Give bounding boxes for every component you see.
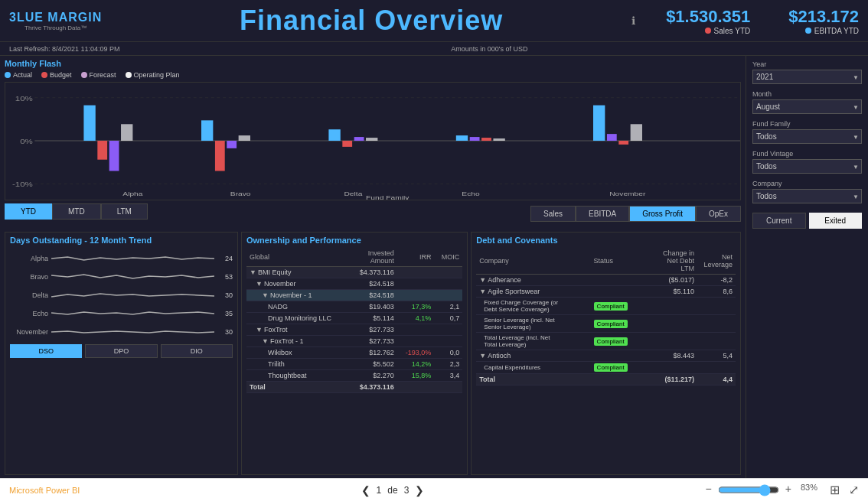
row-invested: $19.403 (350, 301, 397, 313)
company-select-wrapper: Todos (752, 189, 862, 203)
ownership-table: Global InvestedAmount IRR MOIC ▼BMI Equi… (246, 248, 462, 393)
fullscreen-icon[interactable]: ⤢ (849, 483, 859, 497)
footer: Microsoft Power BI ❮ 1 de 3 ❯ − + 83% ⊞ … (0, 478, 868, 501)
row-total-moic (434, 382, 462, 393)
powerbi-link[interactable]: Microsoft Power BI (9, 486, 80, 495)
fund-vintage-select[interactable]: Todos (752, 159, 862, 174)
zoom-plus-icon[interactable]: + (785, 483, 791, 497)
footer-icons: − + 83% ⊞ ⤢ (706, 483, 859, 497)
debt-row-name: Total Leverage (incl. NetTotal Leverage) (476, 333, 590, 350)
ltm-button[interactable]: LTM (101, 203, 148, 220)
compliant-badge: Compliant (594, 363, 628, 372)
sparkline-label-delta: Delta (10, 291, 48, 299)
col-invested: InvestedAmount (350, 248, 397, 267)
debt-row-name: ▼Agile Sportswear (476, 286, 590, 298)
year-select-wrapper: 2021 (752, 70, 862, 84)
fund-family-select[interactable]: Todos (752, 129, 862, 144)
row-moic (434, 267, 462, 278)
current-button[interactable]: Current (752, 213, 806, 229)
zoom-slider[interactable] (718, 483, 779, 497)
footer-nav: ❮ 1 de 3 ❯ (361, 484, 425, 496)
sparkline-november (51, 324, 214, 340)
prev-page-icon[interactable]: ❮ (361, 484, 370, 496)
company-select[interactable]: Todos (752, 189, 862, 203)
metric-buttons: Sales EBITDA Gross Profit OpEx (530, 206, 741, 222)
ytd-button[interactable]: YTD (5, 203, 52, 220)
row-invested: $24.518 (350, 290, 397, 301)
ownership-title: Ownership and Performance (246, 236, 462, 245)
legend-operating-plan: Operating Plan (126, 71, 180, 79)
row-name: ▼November - 1 (246, 290, 350, 301)
page-title: Financial Overview (117, 5, 625, 37)
dpo-button[interactable]: DPO (85, 344, 157, 358)
svg-text:10%: 10% (15, 95, 33, 102)
gross-profit-button[interactable]: Gross Profit (629, 206, 696, 222)
page-separator: de (387, 485, 397, 496)
table-row: ▼November $24.518 (246, 278, 462, 290)
svg-text:-10%: -10% (12, 181, 33, 187)
row-invested: $5.502 (350, 359, 397, 370)
row-moic: 2,1 (434, 301, 462, 313)
zoom-minus-icon[interactable]: − (706, 483, 712, 497)
svg-rect-16 (328, 129, 340, 141)
next-page-icon[interactable]: ❯ (415, 484, 424, 496)
svg-rect-24 (493, 138, 504, 141)
sparkline-delta (51, 288, 214, 303)
compliant-badge: Compliant (594, 302, 628, 311)
svg-rect-12 (215, 141, 225, 171)
fit-to-page-icon[interactable]: ⊞ (830, 483, 840, 497)
svg-text:Alpha: Alpha (122, 190, 143, 197)
svg-rect-27 (607, 134, 617, 141)
sub-header: Last Refresh: 8/4/2021 11:04:09 PM Amoun… (0, 42, 868, 56)
svg-text:Fund Family: Fund Family (366, 194, 410, 200)
debt-col-status: Status (591, 248, 635, 275)
svg-rect-19 (366, 138, 377, 141)
row-irr: 15,8% (397, 370, 435, 382)
row-name: Wikibox (246, 347, 350, 359)
kpi-ebitda: $213.172 EBITDA YTD (788, 7, 859, 35)
year-select[interactable]: 2021 (752, 70, 862, 84)
ebitda-metric-button[interactable]: EBITDA (576, 206, 629, 222)
kpi-sales: $1.530.351 Sales YTD (666, 7, 750, 35)
company-label: Company (752, 180, 862, 187)
svg-rect-18 (354, 137, 364, 141)
sparkline-row-bravo: Bravo 53 (10, 269, 233, 285)
logo-sub: Thrive Through Data™ (24, 24, 86, 31)
dso-buttons: DSO DPO DIO (10, 344, 233, 358)
debt-row-change (635, 298, 697, 315)
legend-budget: Budget (41, 71, 72, 79)
table-row: Fixed Charge Coverage (orDebt Service Co… (476, 298, 736, 315)
table-row: Capital Expenditures Compliant (476, 362, 736, 374)
month-select-wrapper: August (752, 99, 862, 114)
ownership-panel: Ownership and Performance Global Investe… (241, 232, 468, 475)
sparkline-echo (51, 306, 214, 321)
svg-rect-8 (109, 141, 119, 171)
row-invested: $12.762 (350, 347, 397, 359)
mtd-button[interactable]: MTD (52, 203, 101, 220)
debt-row-leverage (697, 315, 736, 333)
debt-row-change (635, 333, 697, 350)
sales-metric-button[interactable]: Sales (530, 206, 576, 222)
dio-button[interactable]: DIO (161, 344, 233, 358)
month-filter: Month August (752, 90, 862, 114)
row-moic: 0,0 (434, 347, 462, 359)
row-irr: 17,3% (397, 301, 435, 313)
row-moic: 0,7 (434, 313, 462, 324)
row-name: ▼November (246, 278, 350, 290)
exited-button[interactable]: Exited (809, 213, 863, 229)
month-select[interactable]: August (752, 99, 862, 114)
row-irr (397, 336, 435, 347)
sparkline-row-november: November 30 (10, 324, 233, 340)
chart-svg: 10% 0% -10% Alpha Bravo (5, 83, 740, 200)
col-irr: IRR (397, 248, 435, 267)
dso-button[interactable]: DSO (10, 344, 82, 358)
debt-row-status: Compliant (591, 315, 635, 333)
kpi-ebitda-label: EBITDA YTD (805, 27, 859, 35)
table-row: Total Leverage (incl. NetTotal Leverage)… (476, 333, 736, 350)
opex-button[interactable]: OpEx (696, 206, 741, 222)
debt-row-name: Capital Expenditures (476, 362, 590, 374)
info-icon[interactable]: ℹ (631, 15, 635, 27)
debt-row-change (635, 362, 697, 374)
main-container: Monthly Flash Actual Budget Forecast Ope… (0, 56, 868, 478)
debt-total-change: ($11.217) (635, 374, 697, 386)
